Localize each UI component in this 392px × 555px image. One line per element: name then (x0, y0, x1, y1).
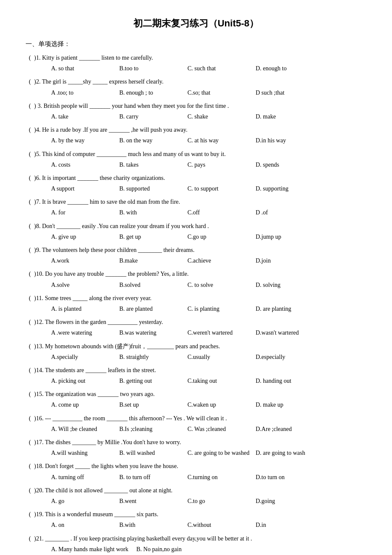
q-text: He is a rude boy .If you are _______ ,he… (42, 127, 187, 133)
paren: ( (26, 173, 34, 183)
option-item: C. is planting (187, 304, 256, 314)
options-line: A supportB. supportedC. to supportD. sup… (26, 183, 366, 194)
option-item: D such ;that (256, 87, 324, 98)
question-block: ()1. Kitty is patient _______ listen to … (26, 52, 366, 74)
option-item: B. get up (119, 231, 187, 242)
q-text: It is brave _______ him to save the old … (42, 199, 180, 205)
q-text: The volunteers help these poor children … (42, 247, 194, 253)
paren: ( (26, 461, 34, 471)
options-line: A. turning offB. to turn offC.turning on… (26, 472, 366, 483)
option-item: D. are going to wash (256, 448, 324, 458)
option-item: C.usually (187, 352, 256, 362)
question-block: () 3. British people will _______ your h… (26, 101, 366, 122)
q-text: The child is not allowed ________ out al… (45, 487, 172, 494)
options-line: A. come upB.set upC.waken upD. make up (26, 399, 366, 410)
option-item: A. by the way (51, 135, 119, 146)
option-item: B. enough ; to (119, 87, 187, 98)
option-item: A. costs (51, 159, 119, 170)
option-item: B.was watering (119, 327, 187, 338)
question-block: ()10. Do you have any trouble _______ th… (26, 269, 366, 290)
option-item: B. getting out (119, 376, 187, 386)
option-item: D.in (256, 520, 324, 530)
q-text: This kind of computer __________ much le… (42, 151, 225, 157)
q-num: )13. (34, 343, 43, 350)
option-item: B. will washed (119, 448, 187, 458)
options-line: A.solveB.solvedC. to solveD. solving (26, 280, 366, 290)
q-text: Kitty is patient _______ listen to me ca… (42, 55, 153, 61)
option-item: A.specially (51, 352, 119, 362)
option-item: C. shake (187, 111, 256, 122)
option-item: C. such that (187, 63, 256, 74)
option-item: C. pays (187, 159, 256, 170)
options-line: A.will washingB. will washedC. are going… (26, 448, 366, 458)
option-item: A. for (51, 207, 119, 218)
q-num: )4. (34, 127, 40, 133)
paren: ( (26, 269, 34, 279)
paren: ( (26, 76, 34, 87)
option-item: B.Is ;cleaning (119, 424, 187, 434)
options-line: A .were wateringB.was wateringC.weren't … (26, 327, 366, 338)
option-item: C. Was ;cleaned (187, 424, 256, 434)
q-text: The dishes ________ by Millie .You don't… (45, 439, 181, 445)
option-item: D .of (256, 207, 324, 218)
paren: ( (26, 197, 34, 207)
option-item: A support (51, 183, 119, 194)
question-block: ()18. Don't forget _____ the lights when… (26, 461, 366, 482)
options-line: A. takeB. carryC. shakeD. make (26, 111, 366, 122)
option-item: D.especially (256, 352, 324, 362)
q-text: The girl is _____shy _____ express herse… (42, 78, 163, 85)
options-line: A. by the wayB. on the wayC. at his wayD… (26, 135, 366, 146)
q-num: )7. (34, 199, 40, 205)
option-item: A. on (51, 520, 119, 530)
q-text: My hometown abounds with (盛产)fruit，_____… (45, 343, 220, 350)
paren: ( (26, 293, 34, 304)
option-item: A .were watering (51, 327, 119, 338)
option-item: B.too to (119, 63, 187, 74)
q-num: )14. (34, 367, 43, 373)
option-item: C. to support (187, 183, 256, 194)
paren: ( (26, 341, 34, 352)
option-item: D. enough to (256, 63, 324, 74)
option-item: D.jump up (256, 231, 324, 242)
q-num: )17. (34, 439, 43, 445)
q-text: Don't ________ easily .You can realize y… (42, 223, 209, 229)
q-num: )18. (34, 463, 43, 469)
option-item: A. is planted (51, 304, 119, 314)
option-item: A.will washing (51, 448, 119, 458)
question-block: ()6. It is important _______ these chari… (26, 173, 366, 194)
option-item: B. carry (119, 111, 187, 122)
question-block: ()8. Don't ________ easily .You can real… (26, 221, 366, 242)
option-item: B.went (119, 496, 187, 506)
option-item: B.make (119, 255, 187, 266)
q-text: Some trees _____ along the river every y… (45, 295, 151, 301)
q-num: )10. (34, 271, 43, 277)
q-num: )15. (34, 391, 43, 397)
option-item: D.going (256, 496, 324, 506)
q-num: )5. (34, 151, 40, 157)
option-item: C.waken up (187, 399, 256, 410)
q-text: ________ . If you keep practising playin… (45, 535, 252, 542)
options-line: A.workB.makeC.achieveD.join (26, 255, 366, 266)
question-block: ()20. The child is not allowed ________ … (26, 485, 366, 506)
question-block: ()17. The dishes ________ by Millie .You… (26, 437, 366, 458)
question-block: ()2. The girl is _____shy _____ express … (26, 76, 366, 98)
paren: ( (26, 317, 34, 327)
option-item: C. at his way (187, 135, 256, 146)
question-block: ()21. ________ . If you keep practising … (26, 533, 366, 555)
q-text: Don't forget _____ the lights when you l… (45, 463, 179, 469)
option-item: C.weren't wartered (187, 327, 256, 338)
option-item: C.to go (187, 496, 256, 506)
option-item: D. solving (256, 280, 324, 290)
q-num: )19. (34, 511, 43, 517)
option-item: A. take (51, 111, 119, 122)
question-block: ()13. My hometown abounds with (盛产)fruit… (26, 341, 366, 362)
options-line: A. Will ;be cleanedB.Is ;cleaningC. Was … (26, 424, 366, 434)
section-header: 一、单项选择： (26, 40, 366, 48)
paren: ( (26, 124, 34, 135)
options-line: A. forB. withC.offD .of (26, 207, 366, 218)
question-block: ()7. It is brave _______ him to save the… (26, 197, 366, 218)
q-text: This is a wonderful museum _______ six p… (45, 511, 158, 517)
paren: ( (26, 221, 34, 231)
option-item: B. are planted (119, 304, 187, 314)
option-item: C. to solve (187, 280, 256, 290)
